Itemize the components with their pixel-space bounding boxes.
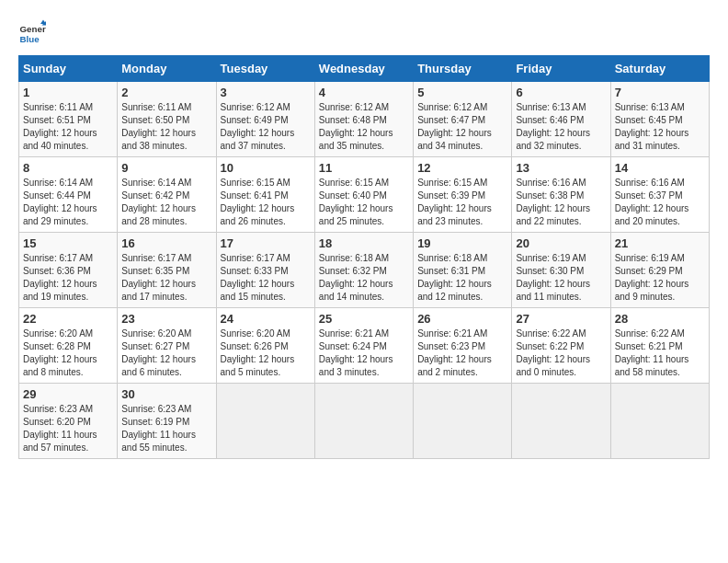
calendar-table: SundayMondayTuesdayWednesdayThursdayFrid…	[18, 55, 710, 459]
day-number: 11	[319, 161, 409, 175]
calendar-cell: 17Sunrise: 6:17 AM Sunset: 6:33 PM Dayli…	[216, 233, 314, 308]
calendar-week-row: 1Sunrise: 6:11 AM Sunset: 6:51 PM Daylig…	[19, 82, 710, 157]
calendar-cell: 7Sunrise: 6:13 AM Sunset: 6:45 PM Daylig…	[610, 82, 709, 157]
calendar-cell	[512, 384, 610, 459]
col-header-monday: Monday	[118, 56, 216, 82]
calendar-cell: 25Sunrise: 6:21 AM Sunset: 6:24 PM Dayli…	[314, 308, 413, 384]
logo-icon: General Blue	[18, 18, 46, 46]
calendar-cell: 14Sunrise: 6:16 AM Sunset: 6:37 PM Dayli…	[610, 157, 709, 233]
col-header-friday: Friday	[512, 56, 610, 82]
calendar-week-row: 29Sunrise: 6:23 AM Sunset: 6:20 PM Dayli…	[19, 384, 710, 459]
day-number: 9	[121, 161, 211, 175]
calendar-cell: 6Sunrise: 6:13 AM Sunset: 6:46 PM Daylig…	[512, 82, 610, 157]
day-number: 5	[417, 86, 507, 99]
calendar-cell: 5Sunrise: 6:12 AM Sunset: 6:47 PM Daylig…	[414, 82, 512, 157]
day-info: Sunrise: 6:23 AM Sunset: 6:19 PM Dayligh…	[121, 403, 211, 454]
day-number: 3	[221, 86, 311, 99]
day-info: Sunrise: 6:15 AM Sunset: 6:39 PM Dayligh…	[417, 177, 507, 228]
col-header-sunday: Sunday	[19, 56, 118, 82]
day-info: Sunrise: 6:18 AM Sunset: 6:31 PM Dayligh…	[417, 252, 507, 304]
day-number: 26	[417, 312, 507, 326]
calendar-cell: 8Sunrise: 6:14 AM Sunset: 6:44 PM Daylig…	[19, 157, 118, 233]
col-header-thursday: Thursday	[414, 56, 512, 82]
calendar-header-row: SundayMondayTuesdayWednesdayThursdayFrid…	[19, 56, 710, 82]
calendar-cell: 15Sunrise: 6:17 AM Sunset: 6:36 PM Dayli…	[19, 233, 118, 308]
calendar-cell: 22Sunrise: 6:20 AM Sunset: 6:28 PM Dayli…	[19, 308, 118, 384]
day-info: Sunrise: 6:23 AM Sunset: 6:20 PM Dayligh…	[23, 403, 113, 454]
day-info: Sunrise: 6:12 AM Sunset: 6:49 PM Dayligh…	[221, 101, 311, 153]
day-info: Sunrise: 6:14 AM Sunset: 6:44 PM Dayligh…	[23, 177, 113, 228]
calendar-cell: 27Sunrise: 6:22 AM Sunset: 6:22 PM Dayli…	[512, 308, 610, 384]
day-number: 23	[121, 312, 211, 326]
day-info: Sunrise: 6:12 AM Sunset: 6:47 PM Dayligh…	[417, 101, 507, 153]
calendar-cell: 20Sunrise: 6:19 AM Sunset: 6:30 PM Dayli…	[512, 233, 610, 308]
day-number: 30	[121, 387, 211, 401]
calendar-cell	[314, 384, 413, 459]
col-header-wednesday: Wednesday	[314, 56, 413, 82]
day-info: Sunrise: 6:11 AM Sunset: 6:50 PM Dayligh…	[121, 101, 211, 153]
svg-text:Blue: Blue	[20, 34, 40, 44]
calendar-cell: 28Sunrise: 6:22 AM Sunset: 6:21 PM Dayli…	[610, 308, 709, 384]
day-info: Sunrise: 6:20 AM Sunset: 6:27 PM Dayligh…	[121, 327, 211, 379]
day-info: Sunrise: 6:12 AM Sunset: 6:48 PM Dayligh…	[319, 101, 409, 153]
day-info: Sunrise: 6:17 AM Sunset: 6:35 PM Dayligh…	[121, 252, 211, 304]
calendar-cell	[216, 384, 314, 459]
calendar-cell: 30Sunrise: 6:23 AM Sunset: 6:19 PM Dayli…	[118, 384, 216, 459]
day-number: 17	[221, 236, 311, 250]
day-number: 4	[319, 86, 409, 99]
calendar-cell: 26Sunrise: 6:21 AM Sunset: 6:23 PM Dayli…	[414, 308, 512, 384]
day-info: Sunrise: 6:20 AM Sunset: 6:26 PM Dayligh…	[221, 327, 311, 379]
calendar-cell: 11Sunrise: 6:15 AM Sunset: 6:40 PM Dayli…	[314, 157, 413, 233]
day-info: Sunrise: 6:15 AM Sunset: 6:41 PM Dayligh…	[221, 177, 311, 228]
day-info: Sunrise: 6:16 AM Sunset: 6:37 PM Dayligh…	[615, 177, 705, 228]
day-number: 10	[221, 161, 311, 175]
day-number: 25	[319, 312, 409, 326]
day-info: Sunrise: 6:20 AM Sunset: 6:28 PM Dayligh…	[23, 327, 113, 379]
day-number: 19	[417, 236, 507, 250]
day-number: 6	[516, 86, 606, 99]
day-number: 27	[516, 312, 606, 326]
col-header-tuesday: Tuesday	[216, 56, 314, 82]
day-info: Sunrise: 6:14 AM Sunset: 6:42 PM Dayligh…	[121, 177, 211, 228]
calendar-cell: 24Sunrise: 6:20 AM Sunset: 6:26 PM Dayli…	[216, 308, 314, 384]
day-info: Sunrise: 6:17 AM Sunset: 6:33 PM Dayligh…	[221, 252, 311, 304]
calendar-cell: 16Sunrise: 6:17 AM Sunset: 6:35 PM Dayli…	[118, 233, 216, 308]
calendar-cell: 13Sunrise: 6:16 AM Sunset: 6:38 PM Dayli…	[512, 157, 610, 233]
day-info: Sunrise: 6:11 AM Sunset: 6:51 PM Dayligh…	[23, 101, 113, 153]
calendar-week-row: 8Sunrise: 6:14 AM Sunset: 6:44 PM Daylig…	[19, 157, 710, 233]
day-number: 29	[23, 387, 113, 401]
day-info: Sunrise: 6:21 AM Sunset: 6:24 PM Dayligh…	[319, 327, 409, 379]
calendar-week-row: 22Sunrise: 6:20 AM Sunset: 6:28 PM Dayli…	[19, 308, 710, 384]
calendar-cell: 2Sunrise: 6:11 AM Sunset: 6:50 PM Daylig…	[118, 82, 216, 157]
day-info: Sunrise: 6:22 AM Sunset: 6:21 PM Dayligh…	[615, 327, 705, 379]
calendar-cell: 29Sunrise: 6:23 AM Sunset: 6:20 PM Dayli…	[19, 384, 118, 459]
calendar-cell: 18Sunrise: 6:18 AM Sunset: 6:32 PM Dayli…	[314, 233, 413, 308]
calendar-cell: 12Sunrise: 6:15 AM Sunset: 6:39 PM Dayli…	[414, 157, 512, 233]
day-number: 28	[615, 312, 705, 326]
calendar-cell: 9Sunrise: 6:14 AM Sunset: 6:42 PM Daylig…	[118, 157, 216, 233]
calendar-cell: 4Sunrise: 6:12 AM Sunset: 6:48 PM Daylig…	[314, 82, 413, 157]
page-header: General Blue	[18, 18, 710, 46]
day-number: 12	[417, 161, 507, 175]
day-info: Sunrise: 6:13 AM Sunset: 6:45 PM Dayligh…	[615, 101, 705, 153]
day-info: Sunrise: 6:17 AM Sunset: 6:36 PM Dayligh…	[23, 252, 113, 304]
calendar-cell: 23Sunrise: 6:20 AM Sunset: 6:27 PM Dayli…	[118, 308, 216, 384]
day-number: 13	[516, 161, 606, 175]
day-number: 24	[221, 312, 311, 326]
day-number: 22	[23, 312, 113, 326]
col-header-saturday: Saturday	[610, 56, 709, 82]
calendar-cell: 1Sunrise: 6:11 AM Sunset: 6:51 PM Daylig…	[19, 82, 118, 157]
day-number: 15	[23, 236, 113, 250]
day-info: Sunrise: 6:18 AM Sunset: 6:32 PM Dayligh…	[319, 252, 409, 304]
svg-text:General: General	[20, 24, 47, 34]
day-number: 1	[23, 86, 113, 99]
day-info: Sunrise: 6:15 AM Sunset: 6:40 PM Dayligh…	[319, 177, 409, 228]
day-info: Sunrise: 6:13 AM Sunset: 6:46 PM Dayligh…	[516, 101, 606, 153]
day-number: 8	[23, 161, 113, 175]
day-info: Sunrise: 6:16 AM Sunset: 6:38 PM Dayligh…	[516, 177, 606, 228]
calendar-cell	[414, 384, 512, 459]
day-number: 18	[319, 236, 409, 250]
day-number: 7	[615, 86, 705, 99]
calendar-week-row: 15Sunrise: 6:17 AM Sunset: 6:36 PM Dayli…	[19, 233, 710, 308]
calendar-cell: 19Sunrise: 6:18 AM Sunset: 6:31 PM Dayli…	[414, 233, 512, 308]
